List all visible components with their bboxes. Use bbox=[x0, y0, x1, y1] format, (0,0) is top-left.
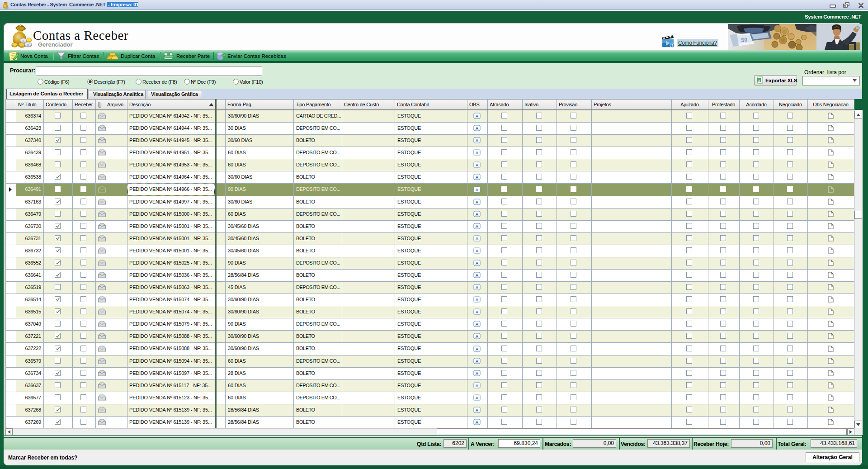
svg-text:A: A bbox=[476, 310, 479, 314]
svg-text:A: A bbox=[476, 138, 479, 143]
svg-text:A: A bbox=[476, 114, 479, 118]
svg-text:A: A bbox=[476, 188, 479, 192]
svg-text:A: A bbox=[476, 322, 479, 327]
svg-text:A: A bbox=[476, 200, 479, 204]
svg-text:A: A bbox=[476, 261, 479, 265]
svg-text:A: A bbox=[476, 347, 479, 351]
svg-text:A: A bbox=[476, 298, 479, 302]
svg-text:A: A bbox=[476, 420, 479, 425]
svg-text:((: (( bbox=[23, 39, 24, 42]
svg-text:A: A bbox=[476, 224, 479, 229]
svg-text:A: A bbox=[476, 175, 479, 180]
svg-text:A: A bbox=[476, 384, 479, 388]
svg-text:A: A bbox=[476, 285, 479, 290]
svg-text:X: X bbox=[758, 79, 760, 82]
svg-text:A: A bbox=[476, 151, 479, 155]
svg-text:A: A bbox=[476, 212, 479, 217]
svg-text:A: A bbox=[476, 396, 479, 400]
svg-text:A: A bbox=[476, 126, 479, 131]
svg-text:A: A bbox=[476, 237, 479, 241]
svg-text:((: (( bbox=[27, 43, 29, 46]
svg-text:A: A bbox=[476, 163, 479, 167]
svg-text:?: ? bbox=[671, 43, 673, 48]
svg-text:A: A bbox=[476, 249, 479, 253]
svg-text:50: 50 bbox=[741, 37, 748, 43]
svg-text:A: A bbox=[476, 273, 479, 278]
svg-text:A: A bbox=[476, 334, 479, 339]
svg-text:A: A bbox=[476, 408, 479, 412]
svg-text:A: A bbox=[476, 371, 479, 376]
svg-text:A: A bbox=[476, 359, 479, 364]
